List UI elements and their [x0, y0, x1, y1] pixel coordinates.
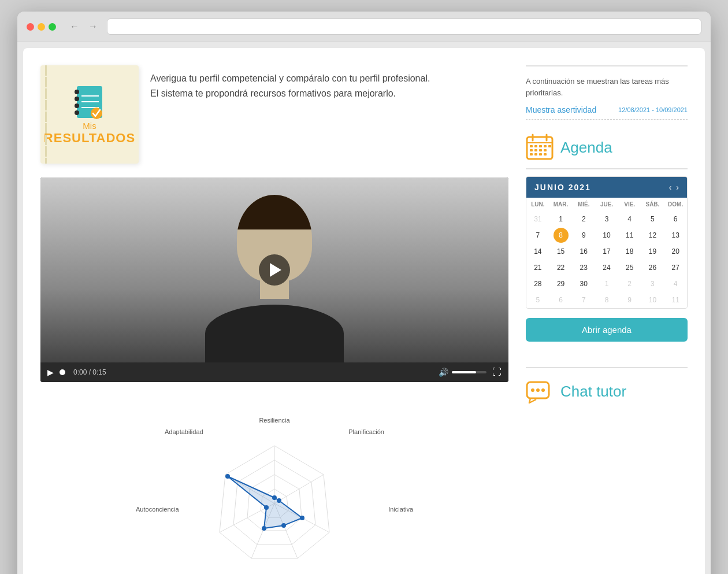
calendar-day[interactable]: 5	[526, 292, 549, 308]
calendar-day[interactable]: 10	[595, 227, 618, 243]
svg-rect-36	[530, 149, 533, 151]
radar-section: Resiliencia Planificación Iniciativa Hab…	[40, 399, 508, 574]
svg-point-48	[541, 388, 545, 392]
svg-rect-41	[534, 153, 537, 155]
close-button[interactable]	[27, 23, 34, 31]
back-button[interactable]: ←	[68, 21, 81, 32]
calendar-day[interactable]: 3	[595, 211, 618, 227]
play-pause-button[interactable]: ▶	[47, 368, 54, 377]
calendar-day[interactable]: 26	[641, 260, 664, 276]
svg-rect-35	[544, 145, 547, 147]
label-iniciativa: Iniciativa	[388, 506, 413, 513]
forward-button[interactable]: →	[86, 21, 100, 32]
tasks-description: A continuación se muestran las tareas má…	[526, 76, 688, 98]
main-content: Mis RESULTADOS Averigua tu perfil compet…	[40, 65, 508, 574]
play-button[interactable]	[259, 254, 290, 286]
volume-area: 🔊	[439, 368, 486, 377]
calendar-prev[interactable]: ‹	[669, 183, 672, 192]
radar-chart: Resiliencia Planificación Iniciativa Hab…	[130, 411, 419, 574]
open-agenda-button[interactable]: Abrir agenda	[526, 318, 688, 342]
calendar-day[interactable]: 8	[595, 292, 618, 308]
calendar-day[interactable]: 11	[664, 292, 687, 308]
calendar-day[interactable]: 7	[572, 292, 595, 308]
calendar-day[interactable]: 6	[549, 292, 573, 308]
calendar-day[interactable]: 20	[664, 243, 687, 260]
calendar-day[interactable]: 30	[572, 276, 595, 292]
calendar-day-name: LUN.	[526, 198, 549, 211]
video-controls: ▶ 0:00 / 0:15 🔊 ⛶	[40, 362, 508, 382]
calendar-day[interactable]: 12	[641, 227, 664, 243]
svg-rect-33	[534, 145, 537, 147]
svg-rect-28	[527, 137, 552, 159]
calendar-day[interactable]: 16	[572, 243, 595, 260]
calendar-day[interactable]: 24	[595, 260, 618, 276]
calendar-day[interactable]: 3	[641, 276, 664, 292]
svg-point-22	[277, 498, 281, 503]
calendar-day[interactable]: 1	[549, 211, 573, 227]
agenda-section: Agenda JUNIO 2021 ‹ › LUN.MAR.MIÉ.JUE.VI…	[526, 134, 688, 355]
calendar-day[interactable]: 6	[664, 211, 687, 227]
intro-text: Averigua tu perfil competencial y compár…	[150, 65, 430, 101]
calendar-day[interactable]: 8	[554, 228, 569, 243]
calendar-day[interactable]: 7	[526, 227, 549, 243]
chat-section: Chat tutor	[526, 367, 688, 405]
svg-point-47	[536, 388, 540, 392]
volume-bar[interactable]	[452, 371, 486, 373]
calendar-day[interactable]: 2	[572, 211, 595, 227]
svg-point-24	[281, 523, 286, 528]
calendar-day-name: MIÉ.	[572, 198, 595, 211]
agenda-icon	[526, 134, 554, 161]
browser-window: ← →	[17, 12, 711, 574]
calendar-day[interactable]: 22	[549, 260, 573, 276]
calendar-day[interactable]: 31	[526, 211, 549, 227]
svg-rect-40	[530, 153, 533, 155]
calendar-day[interactable]: 10	[641, 292, 664, 308]
calendar-day-name: JUE.	[595, 198, 618, 211]
calendar-day[interactable]: 28	[526, 276, 549, 292]
fullscreen-button[interactable]: ⛶	[492, 367, 502, 377]
calendar-day[interactable]: 27	[664, 260, 687, 276]
calendar-day[interactable]: 9	[572, 227, 595, 243]
chat-title: Chat tutor	[560, 383, 626, 401]
calendar-day[interactable]: 11	[618, 227, 641, 243]
svg-point-3	[75, 103, 79, 108]
calendar-day[interactable]: 17	[595, 243, 618, 260]
video-container: ▶ 0:00 / 0:15 🔊 ⛶	[40, 177, 508, 382]
volume-fill	[452, 371, 476, 373]
calendar-day[interactable]: 15	[549, 243, 573, 260]
label-autoconciencia: Autoconciencia	[136, 506, 179, 513]
tasks-section: A continuación se muestran las tareas má…	[526, 65, 688, 120]
calendar-day[interactable]: 4	[664, 276, 687, 292]
svg-point-2	[75, 97, 79, 101]
calendar-day[interactable]: 14	[526, 243, 549, 260]
header-section: Mis RESULTADOS Averigua tu perfil compet…	[40, 65, 508, 164]
svg-rect-32	[530, 145, 533, 147]
calendar-day[interactable]: 23	[572, 260, 595, 276]
intro-line2: El sistema te propondrá recursos formati…	[150, 86, 430, 101]
sticky-note: Mis RESULTADOS	[40, 65, 139, 164]
svg-point-27	[225, 474, 230, 479]
calendar-day[interactable]: 21	[526, 260, 549, 276]
calendar-day[interactable]: 25	[618, 260, 641, 276]
calendar-day[interactable]: 19	[641, 243, 664, 260]
calendar-day[interactable]: 18	[618, 243, 641, 260]
svg-rect-39	[544, 149, 547, 151]
calendar-next[interactable]: ›	[676, 183, 679, 192]
task-name[interactable]: Muestra asertividad	[526, 105, 596, 114]
calendar-month: JUNIO 2021	[534, 183, 591, 192]
calendar-day[interactable]: 9	[618, 292, 641, 308]
svg-point-23	[300, 516, 304, 520]
calendar-day[interactable]: 5	[641, 211, 664, 227]
svg-point-46	[531, 388, 534, 392]
minimize-button[interactable]	[38, 23, 45, 31]
address-bar[interactable]	[107, 18, 701, 35]
calendar-day[interactable]: 4	[618, 211, 641, 227]
play-icon	[270, 263, 281, 277]
maximize-button[interactable]	[49, 23, 56, 31]
calendar-days[interactable]: 3112345678910111213141516171819202122232…	[526, 211, 687, 308]
label-adaptabilidad: Adaptabilidad	[165, 428, 203, 435]
calendar-day[interactable]: 2	[618, 276, 641, 292]
calendar-day[interactable]: 29	[549, 276, 573, 292]
calendar-day[interactable]: 1	[595, 276, 618, 292]
calendar-day[interactable]: 13	[664, 227, 687, 243]
